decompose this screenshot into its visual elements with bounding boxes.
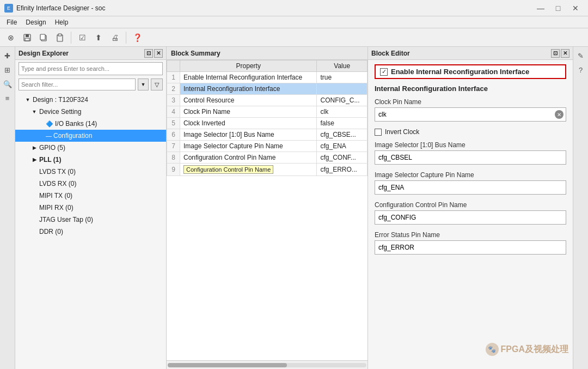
tree-item-label: MIPI RX (0) bbox=[39, 204, 74, 211]
tree-item-ddr[interactable]: DDR (0) bbox=[15, 226, 166, 238]
io-banks-icon: 🔷 bbox=[46, 120, 53, 128]
toolbar-close-btn[interactable]: ⊗ bbox=[3, 30, 19, 45]
error-status-pin-label: Error Status Pin Name bbox=[375, 231, 566, 239]
search-input[interactable] bbox=[21, 65, 160, 72]
clock-pin-name-input[interactable] bbox=[378, 111, 562, 118]
table-row[interactable]: 3 Control Resource CONFIG_C... bbox=[167, 95, 367, 106]
svg-rect-2 bbox=[25, 38, 29, 41]
row-value: cfg_CONF... bbox=[317, 152, 367, 164]
svg-rect-4 bbox=[40, 34, 45, 40]
expand-arrow bbox=[30, 205, 38, 210]
add-icon[interactable]: ✚ bbox=[1, 49, 14, 62]
editor-close-btn[interactable]: ✕ bbox=[561, 49, 569, 58]
toolbar-upload-btn[interactable]: ⬆ bbox=[91, 30, 106, 45]
menu-help[interactable]: Help bbox=[51, 17, 73, 27]
row-num: 1 bbox=[167, 72, 180, 83]
toolbar-paste-btn[interactable] bbox=[52, 30, 68, 45]
close-button[interactable]: ✕ bbox=[567, 3, 584, 14]
image-selector-bus-input-wrapper[interactable] bbox=[375, 150, 566, 165]
config-control-pin-label: Configuration Control Pin Name bbox=[375, 201, 566, 209]
image-selector-bus-input[interactable] bbox=[378, 154, 562, 161]
toolbar-copy-btn[interactable] bbox=[36, 30, 51, 45]
tree-item-pll[interactable]: ▶ PLL (1) bbox=[15, 154, 166, 166]
svg-rect-1 bbox=[26, 34, 29, 37]
row-value: cfg_ENA bbox=[317, 141, 367, 152]
clear-clock-pin-btn[interactable]: ✕ bbox=[555, 110, 564, 119]
tree-item-configuration[interactable]: — Configuration bbox=[15, 130, 166, 142]
menu-file[interactable]: File bbox=[2, 17, 21, 27]
image-selector-capture-label: Image Selector Capture Pin Name bbox=[375, 171, 566, 179]
clock-pin-name-input-wrapper[interactable]: ✕ bbox=[375, 107, 566, 122]
filter-funnel-btn[interactable]: ▽ bbox=[151, 78, 163, 90]
col-num bbox=[167, 61, 180, 72]
horizontal-scrollbar[interactable] bbox=[167, 360, 367, 369]
table-row[interactable]: 5 Clock Inverted false bbox=[167, 118, 367, 129]
editor-restore-btn[interactable]: ⊡ bbox=[551, 49, 560, 58]
tree-item-jtag[interactable]: JTAG User Tap (0) bbox=[15, 214, 166, 226]
row-value bbox=[317, 83, 367, 95]
error-status-pin-input[interactable] bbox=[378, 244, 562, 251]
editor-content: ✓ Enable Internal Reconfiguration Interf… bbox=[368, 60, 573, 369]
table-row[interactable]: 7 Image Selector Capture Pin Name cfg_EN… bbox=[167, 141, 367, 152]
row-num: 7 bbox=[167, 141, 180, 152]
image-selector-bus-group: Image Selector [1:0] Bus Name bbox=[375, 141, 566, 165]
tree-container: ▼ Design : T120F324 ▼ Device Setting 🔷 I… bbox=[15, 92, 166, 369]
expand-arrow: ▶ bbox=[30, 145, 38, 150]
enable-checkbox[interactable]: ✓ bbox=[380, 68, 388, 76]
row-num: 6 bbox=[167, 129, 180, 141]
row-property: Configuration Control Pin Name bbox=[180, 164, 317, 176]
toolbar-print-btn[interactable]: 🖨 bbox=[107, 30, 122, 45]
tree-item-mipi-tx[interactable]: MIPI TX (0) bbox=[15, 190, 166, 202]
panel-header-buttons: ⊡ ✕ bbox=[144, 49, 163, 58]
search-icon[interactable]: 🔍 bbox=[1, 77, 14, 90]
table-row[interactable]: 4 Clock Pin Name clk bbox=[167, 106, 367, 118]
toolbar-save-btn[interactable] bbox=[20, 30, 35, 45]
titlebar-left: E Efinity Interface Designer - soc bbox=[4, 4, 105, 13]
maximize-button[interactable]: □ bbox=[550, 3, 566, 14]
edit-icon[interactable]: ✎ bbox=[574, 49, 587, 62]
block-summary-panel: Block Summary Property Value 1 Enable In… bbox=[167, 47, 368, 369]
minimize-button[interactable]: — bbox=[532, 3, 549, 14]
table-row[interactable]: 6 Image Selector [1:0] Bus Name cfg_CBSE… bbox=[167, 129, 367, 141]
config-control-pin-input-wrapper[interactable] bbox=[375, 210, 566, 225]
image-selector-capture-input-wrapper[interactable] bbox=[375, 180, 566, 195]
expand-icon[interactable]: ⊞ bbox=[1, 63, 14, 76]
table-row[interactable]: 9 Configuration Control Pin Name cfg_ERR… bbox=[167, 164, 367, 176]
filter-dropdown-btn[interactable]: ▼ bbox=[138, 78, 149, 90]
tree-item-label: PLL (1) bbox=[39, 156, 61, 164]
row-property: Image Selector Capture Pin Name bbox=[180, 141, 317, 152]
panel-close-btn[interactable]: ✕ bbox=[154, 49, 163, 58]
tree-item-design[interactable]: ▼ Design : T120F324 bbox=[15, 94, 166, 106]
filter-icon[interactable]: ≡ bbox=[1, 92, 14, 105]
titlebar: E Efinity Interface Designer - soc — □ ✕ bbox=[0, 0, 588, 16]
tree-item-gpio[interactable]: ▶ GPIO (5) bbox=[15, 142, 166, 154]
tree-item-io-banks[interactable]: 🔷 I/O Banks (14) bbox=[15, 118, 166, 130]
panel-restore-btn[interactable]: ⊡ bbox=[144, 49, 153, 58]
row-num: 9 bbox=[167, 164, 180, 176]
filter-input[interactable] bbox=[19, 78, 136, 90]
image-selector-capture-input[interactable] bbox=[378, 184, 562, 191]
invert-clock-label: Invert Clock bbox=[385, 128, 419, 136]
tree-item-lvds-rx[interactable]: LVDS RX (0) bbox=[15, 178, 166, 190]
tree-item-label: LVDS TX (0) bbox=[39, 168, 76, 176]
row-property: Internal Reconfiguration Interface bbox=[180, 83, 317, 95]
config-control-pin-input[interactable] bbox=[378, 214, 562, 221]
tree-item-label: LVDS RX (0) bbox=[39, 180, 76, 187]
tree-item-lvds-tx[interactable]: LVDS TX (0) bbox=[15, 166, 166, 178]
toolbar-check-btn[interactable]: ☑ bbox=[75, 30, 90, 45]
table-row[interactable]: 2 Internal Reconfiguration Interface bbox=[167, 83, 367, 95]
table-row[interactable]: 8 Configuration Control Pin Name cfg_CON… bbox=[167, 152, 367, 164]
search-box[interactable] bbox=[19, 62, 163, 75]
toolbar-help-btn[interactable]: ❓ bbox=[130, 30, 145, 45]
window-controls[interactable]: — □ ✕ bbox=[532, 3, 584, 14]
row-property: Control Resource bbox=[180, 95, 317, 106]
help-icon[interactable]: ? bbox=[574, 63, 587, 76]
invert-clock-checkbox[interactable] bbox=[375, 129, 382, 136]
tree-item-mipi-rx[interactable]: MIPI RX (0) bbox=[15, 202, 166, 214]
error-status-pin-input-wrapper[interactable] bbox=[375, 240, 566, 255]
main-layout: ✚ ⊞ 🔍 ≡ Design Explorer ⊡ ✕ ▼ ▽ ▼ Design… bbox=[0, 47, 588, 369]
enable-reconfiguration-checkbox-row[interactable]: ✓ Enable Internal Reconfiguration Interf… bbox=[375, 64, 566, 79]
menu-design[interactable]: Design bbox=[21, 17, 50, 27]
tree-item-device-setting[interactable]: ▼ Device Setting bbox=[15, 106, 166, 118]
table-row[interactable]: 1 Enable Internal Reconfiguration Interf… bbox=[167, 72, 367, 83]
